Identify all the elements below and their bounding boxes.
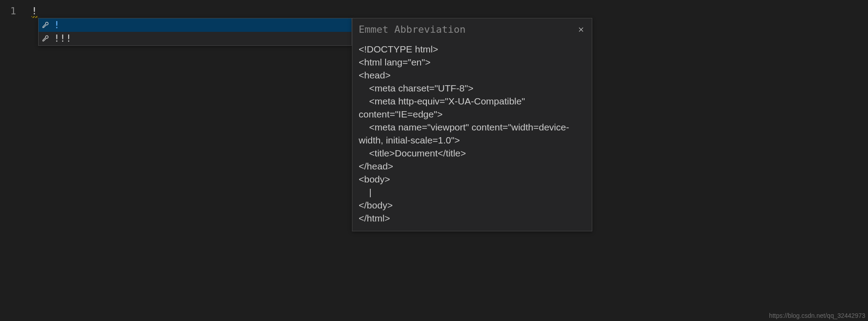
wrench-icon [41,35,49,43]
autocomplete-label: ! [54,18,349,32]
autocomplete-item[interactable]: !!! [39,32,352,45]
details-title: Emmet Abbreviation [359,23,465,36]
warning-squiggle [31,16,38,18]
autocomplete-item[interactable]: ! [39,18,352,32]
autocomplete-list[interactable]: ! !!! [38,18,352,46]
watermark-text: https://blog.csdn.net/qq_32442973 [769,312,865,319]
close-icon[interactable] [577,25,586,34]
line-number: 1 [0,4,16,18]
autocomplete-label: !!! [54,32,349,45]
details-header: Emmet Abbreviation [359,23,586,36]
wrench-icon [41,21,49,29]
code-line-1[interactable]: ! [27,4,868,18]
line-number-gutter: 1 [0,0,27,321]
autocomplete-details: Emmet Abbreviation <!DOCTYPE html> <html… [352,18,592,231]
details-body: <!DOCTYPE html> <html lang="en"> <head> … [359,43,586,225]
